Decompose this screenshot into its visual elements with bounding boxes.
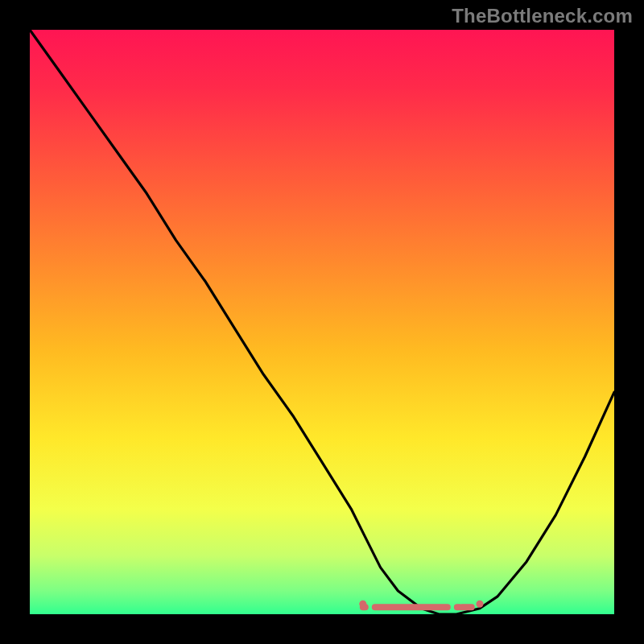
svg-point-1	[477, 601, 484, 608]
watermark-text: TheBottleneck.com	[452, 5, 633, 27]
bottleneck-curve-chart	[0, 0, 644, 644]
svg-point-0	[359, 601, 366, 608]
chart-container: TheBottleneck.com	[0, 0, 644, 644]
gradient-background	[30, 30, 614, 614]
